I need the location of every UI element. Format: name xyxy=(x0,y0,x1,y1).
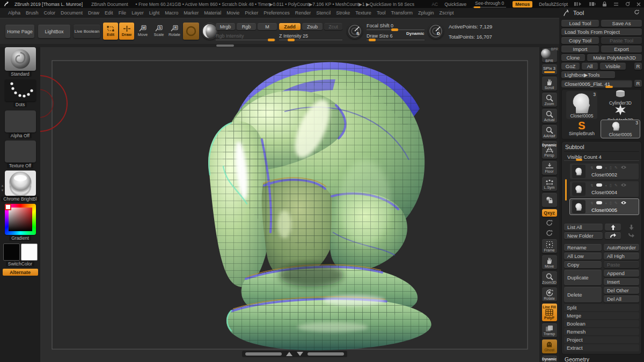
goz-all-button[interactable]: All xyxy=(582,63,598,70)
project-button[interactable]: Project xyxy=(564,336,639,343)
menu-item-light[interactable]: Light xyxy=(147,10,163,16)
polypaint-toggle-icon[interactable] xyxy=(596,201,602,204)
palette-history-icon[interactable] xyxy=(634,9,640,16)
zsub-button[interactable]: Zsub xyxy=(302,23,323,30)
load-tool-button[interactable]: Load Tool xyxy=(561,20,599,27)
draw-size-handle[interactable] xyxy=(369,39,376,41)
subtool-thumbnail[interactable] xyxy=(572,200,586,213)
duplicate-button[interactable]: Duplicate xyxy=(564,270,602,285)
link-icon[interactable]: ↯ xyxy=(590,201,594,205)
rgb-intensity-handle[interactable] xyxy=(268,39,275,41)
visibility-eye-icon[interactable] xyxy=(620,201,627,205)
move-mode-button[interactable]: M Move xyxy=(135,23,150,40)
boolean-button[interactable]: Boolean xyxy=(564,320,639,327)
extract-button[interactable]: Extract xyxy=(564,344,639,351)
menu-item-alpha[interactable]: Alpha xyxy=(5,10,23,16)
tray-item-alpha-off[interactable]: Alpha Off xyxy=(0,110,40,138)
subtool-item-close-0005[interactable]: ↯◖▯✎Close!0005 xyxy=(569,198,639,215)
m-button[interactable]: M xyxy=(258,23,277,30)
move-to-folder-button[interactable] xyxy=(605,232,621,239)
color-picker[interactable] xyxy=(5,204,36,235)
lightbox-button[interactable]: LightBox xyxy=(38,25,70,38)
menu-item-brush[interactable]: Brush xyxy=(23,10,41,16)
divider-up-arrow[interactable] xyxy=(286,352,292,356)
menu-item-texture[interactable]: Texture xyxy=(353,10,374,16)
shelf-bpr-button[interactable]: BPRBPR xyxy=(542,48,557,62)
visible-count-slider[interactable]: Visible Count 4 xyxy=(564,153,639,161)
shelf-y-gyro-button[interactable] xyxy=(542,219,557,227)
focal-shift-slider[interactable]: Focal Shift 0 xyxy=(367,23,425,30)
insert-button[interactable]: Insert xyxy=(604,278,639,285)
pen-icon[interactable]: ✎ xyxy=(614,183,618,187)
tool-palette-header[interactable]: Tool xyxy=(559,8,644,18)
subtool-item-close-0002[interactable]: ↯◖▯✎Close!0002 xyxy=(569,163,639,180)
shelf-ghost-transparency-button[interactable]: Ghost xyxy=(542,339,557,353)
shelf-zoom-button[interactable]: Zoom xyxy=(542,93,557,107)
menu-item-document[interactable]: Document xyxy=(58,10,85,16)
draw-mode-button[interactable]: Draw xyxy=(119,23,134,40)
goz-visible-button[interactable]: Visible xyxy=(600,63,626,70)
shelf-z-gyro-button[interactable] xyxy=(542,229,557,237)
tray-item-chrome-brightbl[interactable]: Chrome BrightBl xyxy=(0,171,40,202)
shelf-floor-button[interactable]: Floor xyxy=(542,161,557,175)
subtool-thumbnail[interactable] xyxy=(572,165,586,178)
menu-item-movie[interactable]: Movie xyxy=(224,10,242,16)
tray-item-gradient[interactable]: Gradient xyxy=(0,204,40,241)
paste-tool-button[interactable]: Paste Tool xyxy=(601,37,642,44)
home-page-button[interactable]: Home Page xyxy=(5,25,34,38)
list-all-button[interactable]: List All xyxy=(564,224,603,231)
r-button-2[interactable]: R xyxy=(634,80,642,87)
subtool-thumbnail[interactable] xyxy=(572,182,586,196)
shelf-frame-button[interactable]: Frame xyxy=(542,239,557,253)
save-as-button[interactable]: Save As xyxy=(601,20,642,27)
focal-shift-handle[interactable] xyxy=(391,28,398,31)
quicksave-button[interactable]: QuickSave xyxy=(444,2,466,7)
lightbox-tools-button[interactable]: Lightbox▶Tools xyxy=(561,71,615,78)
z-intensity-slider[interactable]: Z Intensity 25 xyxy=(279,33,342,40)
z-intensity-handle[interactable] xyxy=(288,39,295,41)
main-color-swatch[interactable] xyxy=(3,243,20,261)
r-button-1[interactable]: R xyxy=(634,63,642,70)
copy-button[interactable]: Copy xyxy=(564,261,602,268)
halfmoon-icon[interactable]: ◖ xyxy=(605,183,607,187)
new-folder-button[interactable]: New Folder xyxy=(564,232,603,239)
rename-button[interactable]: Rename xyxy=(564,244,602,251)
default-zscript-button[interactable]: DefaultZScript xyxy=(539,2,568,7)
subtool-scroll-indicator[interactable] xyxy=(565,179,567,201)
tray-item-dots[interactable]: Dots xyxy=(0,79,40,107)
close-icon[interactable] xyxy=(636,2,641,6)
tray-scroll-arrows[interactable]: ▲▼ xyxy=(1,184,4,216)
shelf-polyframe-button[interactable]: Line FillPolyF xyxy=(542,304,557,321)
shelf-zoom-3d-button[interactable]: Zoom3D xyxy=(542,271,557,285)
del-all-button[interactable]: Del All xyxy=(604,295,639,302)
shelf-persp-button[interactable]: DynamicPersp xyxy=(542,141,557,159)
link-icon[interactable]: ↯ xyxy=(590,183,594,187)
material-thumbnail[interactable] xyxy=(5,171,36,196)
all-high-button[interactable]: All High xyxy=(604,253,639,260)
copy-tool-button[interactable]: Copy Tool xyxy=(561,37,599,44)
draw-size-d-button[interactable]: D xyxy=(428,23,444,39)
split-button[interactable]: Split xyxy=(564,304,639,311)
shelf-move-3d-button[interactable]: Move xyxy=(542,255,557,269)
visibility-eye-icon[interactable] xyxy=(620,183,627,187)
shelf-local-symmetry-button[interactable]: L.Sym xyxy=(542,177,557,191)
active-tool-thumbnail[interactable]: 3 Close!0005 xyxy=(566,91,597,119)
shelf-transparency-button[interactable]: Transp xyxy=(542,323,557,337)
menu-item-file[interactable]: File xyxy=(116,10,129,16)
export-button[interactable]: Export xyxy=(601,46,642,53)
empty-thumbnail[interactable] xyxy=(5,110,36,132)
menu-item-color[interactable]: Color xyxy=(41,10,58,16)
shelf-spix-button[interactable]: SPix 3 xyxy=(542,64,557,75)
rgb-intensity-slider[interactable]: Rgb Intensity xyxy=(216,33,276,40)
spix-slider-handle[interactable] xyxy=(544,71,555,73)
menu-item-tool[interactable]: Tool xyxy=(374,10,389,16)
tool-item-simplebrush[interactable]: S SimpleBrush xyxy=(566,120,597,136)
autoreorder-button[interactable]: AutoReorder xyxy=(604,244,639,251)
tool-item-selected[interactable]: 3 Close!0005 xyxy=(601,120,640,138)
shelf-scroll-handle[interactable] xyxy=(216,45,234,47)
panel-slider-icon[interactable] xyxy=(574,2,582,6)
menu-item-preferences[interactable]: Preferences xyxy=(261,10,292,16)
helmet-model[interactable] xyxy=(208,62,431,351)
menu-item-edit[interactable]: Edit xyxy=(102,10,116,16)
menu-item-zplugin[interactable]: Zplugin xyxy=(415,10,437,16)
